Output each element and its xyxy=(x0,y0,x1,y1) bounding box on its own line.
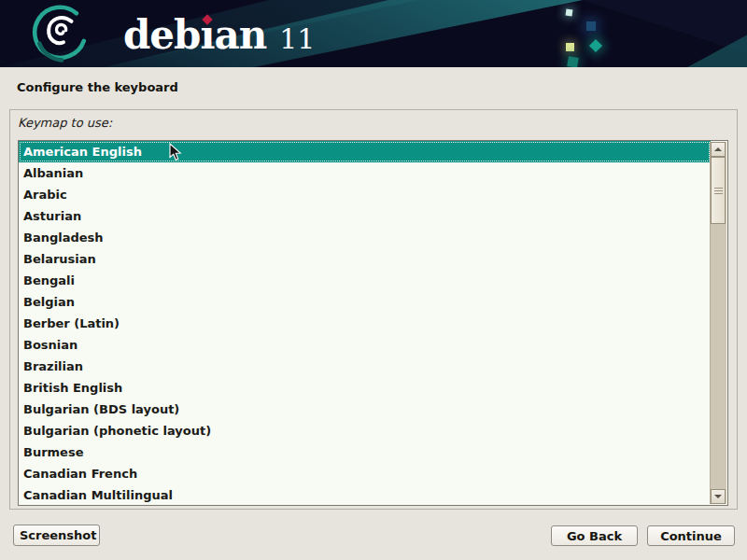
brand-text-post: an xyxy=(214,12,266,58)
go-back-button[interactable]: Go Back xyxy=(551,525,638,546)
decor-square xyxy=(586,21,596,31)
keymap-list-item[interactable]: Bengali xyxy=(19,270,711,291)
keymap-list-item[interactable]: Berber (Latin) xyxy=(19,313,711,334)
brand-wordmark: debıan11 xyxy=(123,9,315,65)
keymap-label: Belarusian xyxy=(23,252,96,266)
keymap-label: Bosnian xyxy=(23,338,78,352)
keymap-list-item[interactable]: British English xyxy=(19,377,711,399)
thumb-grip xyxy=(714,193,723,194)
decor-square xyxy=(566,9,573,17)
keymap-list-item[interactable]: Bulgarian (phonetic layout) xyxy=(19,420,711,441)
installer-window: debıan11 Configure the keyboard Keymap t… xyxy=(0,0,747,560)
keymap-list-item[interactable]: Bulgarian (BDS layout) xyxy=(19,399,711,420)
keymap-list-item[interactable]: American English xyxy=(19,141,711,162)
page-title: Configure the keyboard xyxy=(17,80,178,94)
keymap-panel-label: Keymap to use: xyxy=(18,116,112,130)
decor-square xyxy=(567,56,579,67)
keymap-list-item[interactable]: Brazilian xyxy=(19,356,711,377)
keymap-label: American English xyxy=(23,145,142,159)
keymap-label: Bangladesh xyxy=(23,231,104,245)
continue-button[interactable]: Continue xyxy=(647,525,735,546)
keymap-label: Arabic xyxy=(23,188,67,202)
keymap-list-item[interactable]: Burmese xyxy=(19,441,711,463)
keymap-label: Bengali xyxy=(23,273,75,287)
scrollbar-thumb[interactable] xyxy=(711,157,726,224)
keymap-label: Bulgarian (phonetic layout) xyxy=(23,424,211,438)
brand-letter-i-with-diamond: ı xyxy=(200,9,214,62)
keymap-label: British English xyxy=(23,381,122,395)
keymap-label: Asturian xyxy=(23,209,81,223)
keymap-label: Belgian xyxy=(23,295,75,309)
keymap-list: American EnglishAlbanianArabicAsturianBa… xyxy=(19,141,711,506)
keymap-panel: Keymap to use: American EnglishAlbanianA… xyxy=(9,109,738,510)
keymap-list-item[interactable]: Arabic xyxy=(19,184,711,205)
decor-square xyxy=(589,39,602,52)
thumb-grip xyxy=(714,190,723,191)
thumb-grip xyxy=(714,188,723,189)
keymap-label: Burmese xyxy=(23,445,84,459)
keymap-list-item[interactable]: Albanian xyxy=(19,162,711,184)
scroll-down-button[interactable] xyxy=(711,489,726,504)
keymap-list-item[interactable]: Bosnian xyxy=(19,334,711,356)
screenshot-button[interactable]: Screenshot xyxy=(13,525,100,546)
keymap-label: Brazilian xyxy=(23,359,83,373)
brand-version: 11 xyxy=(279,22,315,55)
brand-text-pre: deb xyxy=(123,12,200,58)
vertical-scrollbar[interactable] xyxy=(710,142,726,504)
keymap-list-item[interactable]: Canadian French xyxy=(19,463,711,484)
keymap-label: Berber (Latin) xyxy=(23,316,120,330)
chevron-down-icon xyxy=(714,495,722,498)
keymap-label: Albanian xyxy=(23,166,83,180)
keymap-list-item[interactable]: Asturian xyxy=(19,205,711,227)
keymap-list-item[interactable]: Belgian xyxy=(19,291,711,313)
keymap-label: Bulgarian (BDS layout) xyxy=(23,402,179,416)
keymap-label: Canadian Multilingual xyxy=(23,488,173,502)
keymap-list-item[interactable]: Canadian Multilingual xyxy=(19,484,711,506)
keymap-label: Canadian French xyxy=(23,467,137,481)
chevron-up-icon xyxy=(714,147,722,151)
scroll-up-button[interactable] xyxy=(711,142,726,157)
debian-swirl-icon xyxy=(31,3,92,64)
decor-square xyxy=(566,43,574,51)
keymap-list-item[interactable]: Bangladesh xyxy=(19,227,711,248)
header-banner: debıan11 xyxy=(0,0,747,67)
keymap-list-item[interactable]: Belarusian xyxy=(19,248,711,270)
keymap-listbox: American EnglishAlbanianArabicAsturianBa… xyxy=(18,140,728,506)
